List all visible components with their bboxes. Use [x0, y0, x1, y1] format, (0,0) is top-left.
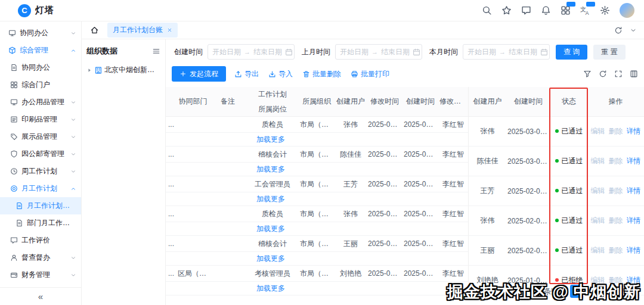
close-icon[interactable] — [167, 27, 172, 33]
detail-link[interactable]: 详情 — [627, 216, 641, 225]
load-more-cell: 加载更多 — [166, 192, 468, 206]
table-header: 协同部门备注工作计划所属组织创建用户修改时间创建时间修改用户创建用户创建时间状态… — [166, 87, 644, 117]
edit-link[interactable]: 编辑 — [591, 216, 605, 225]
tab-monthly-plan-ledger[interactable]: 月工作计划台账 — [107, 23, 178, 38]
edit-link[interactable]: 编辑 — [591, 246, 605, 254]
sidebar-item[interactable]: 月工作计划台账 — [0, 197, 81, 214]
date-range-input[interactable]: 开始日期→结束日期 — [208, 44, 295, 60]
detail-link[interactable]: 详情 — [627, 127, 641, 135]
sidebar-item[interactable]: 周工作计划 — [0, 163, 81, 180]
hamburger-icon[interactable] — [152, 47, 160, 55]
sidebar-item[interactable]: 工作评价 — [0, 232, 81, 249]
user-avatar[interactable] — [620, 3, 634, 18]
load-more-link[interactable]: 加载更多 — [256, 254, 285, 263]
search-icon[interactable] — [479, 4, 494, 18]
cell-modified: 2025-03-05... — [367, 236, 402, 252]
org-tree-node[interactable]: 北京中烟创新科技有限... — [86, 65, 160, 75]
column-group-work-plan: 工作计划 — [246, 87, 299, 102]
status-label: 已拒绝 — [562, 276, 583, 284]
sidebar-item-label: 综合门户 — [21, 80, 76, 90]
reset-button[interactable]: 重 置 — [593, 45, 625, 60]
detail-link[interactable]: 详情 — [627, 157, 641, 165]
sidebar-item[interactable]: 部门月工作计划(... — [0, 214, 81, 232]
edit-link[interactable]: 编辑 — [591, 276, 605, 284]
refresh-icon[interactable] — [599, 70, 607, 78]
detail-link[interactable]: 详情 — [627, 186, 641, 195]
sidebar-item[interactable]: 协同办公 — [0, 59, 81, 76]
refresh-tabs-button[interactable] — [614, 26, 623, 35]
sidebar-item[interactable]: 督查督办 — [0, 249, 81, 266]
load-more-link[interactable]: 加载更多 — [256, 225, 285, 233]
toolbar-link-label: 批量打印 — [361, 69, 389, 79]
import-icon — [268, 70, 276, 78]
org-panel-title: 组织数据 — [86, 46, 117, 57]
sidebar-item[interactable]: 财务管理 — [0, 266, 81, 284]
cell-modified: 2025-03-05... — [367, 206, 402, 222]
status-label: 已通过 — [562, 127, 583, 135]
edit-link[interactable]: 编辑 — [591, 186, 605, 195]
column-header: 操作 — [587, 87, 644, 117]
status-badge: 已通过 — [550, 236, 587, 266]
sidebar-item-label: 协同办公 — [20, 28, 67, 38]
edit-link[interactable]: 编辑 — [591, 127, 605, 135]
translate-icon[interactable]: 文A — [578, 4, 592, 18]
page-button[interactable]: 1 — [570, 285, 583, 298]
sidebar-collapse-button[interactable]: « — [0, 287, 81, 305]
import-button[interactable]: 导入 — [268, 69, 293, 79]
batch-print-button[interactable]: 批量打印 — [351, 69, 389, 79]
apps-icon[interactable] — [558, 4, 572, 18]
cell-create-time: 2025-03-03... — [506, 147, 550, 176]
date-range-input[interactable]: 开始日期→结束日期 — [335, 44, 422, 60]
cell-user: 王芳 — [335, 176, 367, 192]
calendar-icon — [540, 48, 548, 56]
date-range-input[interactable]: 开始日期→结束日期 — [463, 44, 550, 60]
sidebar-item[interactable]: 协同办公 — [0, 24, 81, 42]
batch-delete-button[interactable]: 批量删除 — [302, 69, 341, 79]
star-icon[interactable] — [499, 4, 513, 18]
cell-user: 张伟 — [335, 206, 367, 222]
bell-icon[interactable] — [538, 4, 553, 18]
load-more-link[interactable]: 加载更多 — [256, 195, 285, 203]
gear-icon[interactable] — [597, 4, 612, 18]
sidebar-item[interactable]: 综合管理 — [0, 42, 81, 59]
delete-link[interactable]: 删除 — [609, 157, 623, 165]
list-icon — [10, 116, 18, 123]
edit-link[interactable]: 编辑 — [591, 157, 605, 165]
home-button[interactable] — [90, 26, 99, 35]
load-more-link[interactable]: 加载更多 — [256, 165, 285, 173]
delete-link[interactable]: 删除 — [609, 127, 623, 135]
cell-create-time: 2025-02-08... — [506, 176, 550, 206]
delete-link[interactable]: 删除 — [609, 216, 623, 225]
cell-user: 王丽 — [335, 236, 367, 252]
delete-link[interactable]: 删除 — [609, 186, 623, 195]
load-more-link[interactable]: 加载更多 — [256, 284, 285, 292]
cell-creator: 王丽 — [468, 236, 506, 266]
detail-link[interactable]: 详情 — [627, 246, 641, 254]
export-button[interactable]: 导出 — [234, 69, 259, 79]
doc-icon — [16, 219, 23, 227]
sidebar-item[interactable]: 月工作计划 — [0, 180, 81, 197]
status-badge: 已通过 — [550, 117, 587, 147]
load-more-link[interactable]: 加载更多 — [256, 135, 285, 144]
filter-icon[interactable] — [583, 70, 592, 78]
sidebar-item[interactable]: 综合门户 — [0, 76, 81, 94]
delete-link[interactable]: 删除 — [609, 246, 623, 254]
tabs-menu-button[interactable] — [630, 27, 637, 34]
sidebar-item[interactable]: 因公邮寄管理 — [0, 145, 81, 163]
sidebar-item[interactable]: 展示品管理 — [0, 128, 81, 145]
cell-position: 考核管理员 — [246, 266, 299, 282]
sidebar-item[interactable]: 印刷品管理 — [0, 111, 81, 128]
delete-link[interactable]: 删除 — [609, 276, 623, 284]
cell-mod_user: 李红智 — [438, 117, 468, 133]
query-button[interactable]: 查 询 — [556, 45, 587, 60]
detail-link[interactable]: 详情 — [627, 276, 641, 284]
expand-icon[interactable] — [614, 70, 623, 78]
cell-mod_user: 李红智 — [438, 206, 468, 222]
sidebar-item[interactable]: 办公用品管理 — [0, 94, 81, 111]
comment-icon[interactable] — [519, 4, 533, 18]
cell-note — [209, 176, 246, 192]
start-process-button[interactable]: 发起流程 — [172, 66, 226, 82]
column-settings-icon[interactable] — [630, 70, 638, 78]
cell-position: 稽核会计 — [246, 147, 299, 163]
status-label: 已通过 — [562, 216, 583, 225]
